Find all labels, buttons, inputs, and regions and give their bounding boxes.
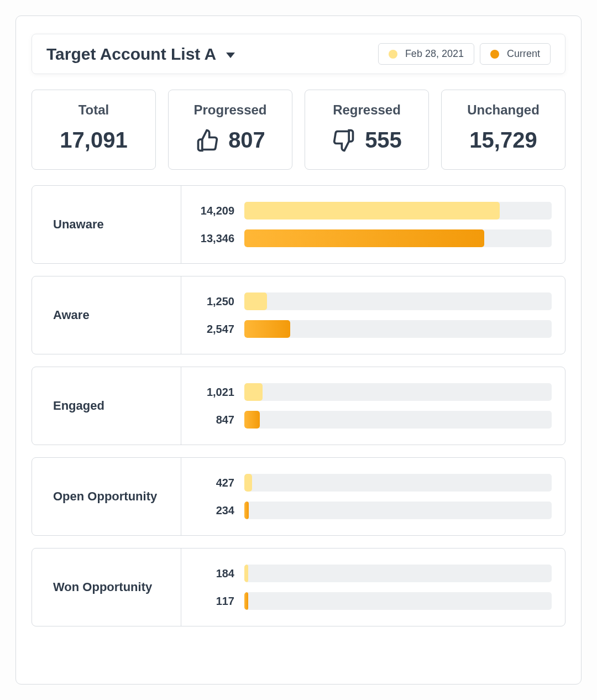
legend-past-dot [389, 50, 397, 59]
header-bar: Target Account List A Feb 28, 2021 Curre… [32, 34, 565, 74]
stat-progressed-value: 807 [228, 128, 265, 153]
stat-regressed-value: 555 [365, 128, 402, 153]
bar-current: 117 [181, 592, 552, 610]
bar-track [244, 474, 552, 492]
stat-unchanged-value: 15,729 [469, 128, 537, 153]
bar-current-value: 234 [181, 504, 244, 517]
stat-unchanged-label: Unchanged [467, 102, 540, 118]
bar-current: 2,547 [181, 320, 552, 338]
stat-regressed: Regressed 555 [305, 90, 429, 170]
bar-track [244, 592, 552, 610]
stage-label: Engaged [32, 367, 181, 445]
bar-track [244, 202, 552, 220]
bar-past-value: 427 [181, 477, 244, 489]
bar-fill-past [244, 383, 263, 401]
bar-past-value: 184 [181, 567, 244, 580]
bar-fill-current [244, 592, 248, 610]
dashboard-card: Target Account List A Feb 28, 2021 Curre… [15, 15, 582, 685]
stage-row: Won Opportunity184117 [32, 548, 565, 626]
bar-track [244, 320, 552, 338]
account-list-dropdown[interactable]: Target Account List A [46, 45, 235, 64]
bar-track [244, 502, 552, 519]
stage-label: Won Opportunity [32, 548, 181, 626]
stat-progressed: Progressed 807 [168, 90, 292, 170]
legend-past-label: Feb 28, 2021 [405, 48, 464, 60]
account-list-name: Target Account List A [46, 45, 216, 64]
stage-label: Unaware [32, 186, 181, 263]
thumbs-up-icon [195, 128, 219, 153]
stage-row: Open Opportunity427234 [32, 457, 565, 536]
bar-fill-past [244, 292, 267, 310]
stat-unchanged: Unchanged 15,729 [441, 90, 565, 170]
stage-chart: Unaware14,20913,346Aware1,2502,547Engage… [32, 185, 565, 626]
bar-current-value: 2,547 [181, 323, 244, 336]
bar-past-value: 1,021 [181, 386, 244, 399]
bar-past-value: 14,209 [181, 205, 244, 217]
bar-current-value: 13,346 [181, 232, 244, 245]
bar-past: 14,209 [181, 202, 552, 220]
bar-fill-current [244, 229, 484, 247]
stage-bars: 1,021847 [181, 367, 565, 445]
bar-fill-past [244, 565, 248, 582]
bar-past-value: 1,250 [181, 295, 244, 308]
bar-current: 234 [181, 502, 552, 519]
bar-current: 13,346 [181, 229, 552, 247]
bar-fill-current [244, 320, 290, 338]
stage-bars: 184117 [181, 548, 565, 626]
bar-fill-past [244, 202, 500, 220]
bar-current-value: 117 [181, 595, 244, 608]
bar-track [244, 411, 552, 429]
bar-current-value: 847 [181, 414, 244, 426]
bar-track [244, 229, 552, 247]
bar-fill-current [244, 502, 249, 519]
stage-row: Aware1,2502,547 [32, 276, 565, 354]
stage-bars: 14,20913,346 [181, 186, 565, 263]
legend: Feb 28, 2021 Current [378, 43, 551, 65]
stage-label: Aware [32, 276, 181, 354]
legend-past[interactable]: Feb 28, 2021 [378, 43, 474, 65]
bar-fill-past [244, 474, 252, 492]
bar-past: 184 [181, 565, 552, 582]
summary-stats: Total 17,091 Progressed 807 Regressed 55… [32, 90, 565, 170]
legend-current[interactable]: Current [480, 43, 551, 65]
bar-track [244, 383, 552, 401]
stage-bars: 427234 [181, 458, 565, 535]
stage-bars: 1,2502,547 [181, 276, 565, 354]
bar-fill-current [244, 411, 260, 429]
stat-total-label: Total [78, 102, 109, 118]
stat-progressed-label: Progressed [193, 102, 266, 118]
stat-total: Total 17,091 [32, 90, 156, 170]
stage-label: Open Opportunity [32, 458, 181, 535]
bar-past: 1,021 [181, 383, 552, 401]
bar-track [244, 292, 552, 310]
bar-past: 427 [181, 474, 552, 492]
stat-total-value: 17,091 [60, 128, 127, 153]
legend-current-dot [490, 50, 499, 59]
thumbs-down-icon [332, 128, 356, 153]
stage-row: Engaged1,021847 [32, 367, 565, 445]
chevron-down-icon [226, 53, 235, 58]
stat-regressed-label: Regressed [333, 102, 401, 118]
bar-current: 847 [181, 411, 552, 429]
stage-row: Unaware14,20913,346 [32, 185, 565, 264]
bar-track [244, 565, 552, 582]
legend-current-label: Current [507, 48, 540, 60]
bar-past: 1,250 [181, 292, 552, 310]
